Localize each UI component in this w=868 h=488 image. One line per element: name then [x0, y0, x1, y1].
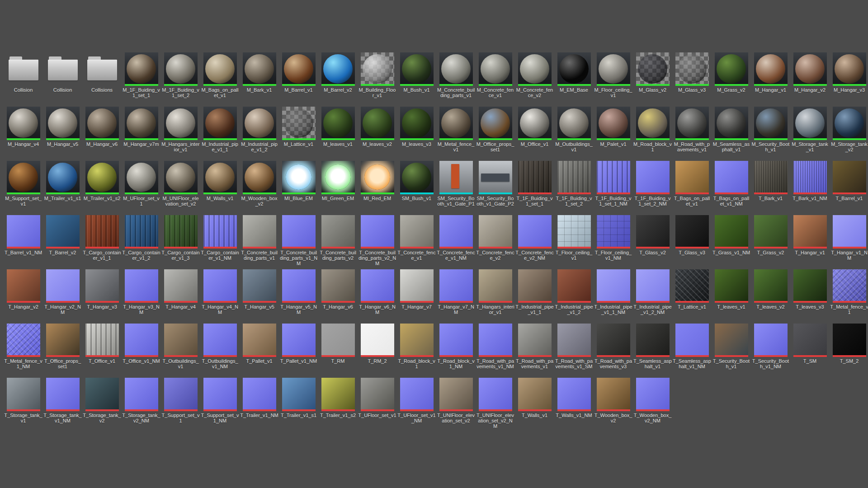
folder-tile[interactable]: Collision [43, 52, 82, 93]
asset-tile[interactable]: T_Concrete_fence_v1 [397, 215, 436, 261]
asset-tile[interactable]: M_leaves_v1 [318, 107, 358, 147]
asset-tile[interactable]: T_RM [318, 324, 358, 364]
asset-tile[interactable]: T_Hangar_v5 [240, 269, 279, 310]
asset-tile[interactable]: T_Bags_on_pallet_v1 [672, 161, 712, 206]
asset-tile[interactable]: T_Security_Booth_v1 [712, 324, 751, 369]
asset-tile[interactable]: MI_Green_EM [318, 161, 358, 201]
asset-tile[interactable]: M_Road_block_v1 [633, 107, 672, 152]
asset-tile[interactable]: T_Hangar_v2 [4, 269, 43, 310]
asset-tile[interactable]: M_Hangar_v5 [43, 107, 82, 147]
asset-tile[interactable]: T_Hangar_v4 [161, 269, 200, 310]
asset-tile[interactable]: T_Industrial_pipe_v1_1 [515, 269, 554, 315]
asset-tile[interactable]: T_Concrete_fence_v2_NM [515, 215, 554, 261]
asset-tile[interactable]: T_Pallet_v1_NM [279, 324, 318, 364]
asset-tile[interactable]: T_Road_with_pavements_v1 [515, 324, 554, 369]
asset-tile[interactable]: T_Cargo_container_v1_1 [82, 215, 122, 261]
asset-tile[interactable]: M_Grass_v2 [712, 52, 751, 93]
asset-tile[interactable]: M_Hangar_v7m [122, 107, 161, 147]
asset-tile[interactable]: T_Grass_v1_NM [712, 215, 751, 255]
asset-tile[interactable]: T_Industrial_pipe_v1_2_NM [633, 269, 672, 315]
asset-tile[interactable]: T_Walls_v1_NM [554, 378, 594, 418]
asset-tile[interactable]: M_Outbuildings_v1 [554, 107, 594, 152]
asset-tile[interactable]: T_Hangar_v3 [82, 269, 122, 310]
asset-tile[interactable]: T_Hangar_v7_NM [436, 269, 476, 315]
asset-tile[interactable]: SM_Bush_v1 [397, 161, 436, 201]
asset-tile[interactable]: T_Bags_on_pallet_v1_NM [712, 161, 751, 206]
asset-tile[interactable]: M_Hangars_interior_v1 [161, 107, 200, 152]
asset-tile[interactable]: T_RM_2 [358, 324, 397, 364]
asset-tile[interactable]: M_Seamless_asphalt_v1 [712, 107, 751, 152]
asset-tile[interactable]: T_Glass_v2 [633, 215, 672, 255]
asset-tile[interactable]: T_Cargo_container_v1_2 [122, 215, 161, 261]
asset-tile[interactable]: T_Hangar_v5_NM [279, 269, 318, 315]
asset-tile[interactable]: M_Metal_fence_v1 [436, 107, 476, 152]
asset-tile[interactable]: T_Industrial_pipe_v1_2 [554, 269, 594, 315]
asset-tile[interactable]: M_Road_with_pavements_v1 [672, 107, 712, 152]
asset-tile[interactable]: M_Office_v1 [515, 107, 554, 147]
asset-tile[interactable]: T_Hangar_v1 [790, 215, 830, 255]
asset-tile[interactable]: T_Floor_ceiling_v1_NM [594, 215, 633, 261]
asset-tile[interactable]: M_leaves_v3 [397, 107, 436, 147]
asset-tile[interactable]: M_1F_Buiding_v1_set_2 [161, 52, 200, 98]
asset-tile[interactable]: T_SM_2 [830, 324, 868, 364]
asset-tile[interactable]: M_Support_set_v1 [4, 161, 43, 206]
asset-tile[interactable]: T_Road_block_v1_NM [436, 324, 476, 369]
asset-tile[interactable]: T_Trailer_v1_NM [240, 378, 279, 418]
asset-tile[interactable]: M_Bark_v1 [240, 52, 279, 93]
asset-tile[interactable]: T_Hangar_v2_NM [43, 269, 82, 315]
asset-tile[interactable]: T_1F_Buiding_v1_set_1_NM [594, 161, 633, 206]
folder-tile[interactable]: Collision [4, 52, 43, 93]
asset-tile[interactable]: T_Storage_tank_v1 [4, 378, 43, 423]
asset-tile[interactable]: M_Palet_v1 [594, 107, 633, 147]
asset-tile[interactable]: M_EM_Base [554, 52, 594, 93]
asset-tile[interactable]: T_Barrel_v2 [43, 215, 82, 255]
asset-tile[interactable]: T_Outbuildings_v1_NM [200, 324, 240, 369]
asset-tile[interactable]: M_Lattice_v1 [279, 107, 318, 147]
asset-tile[interactable]: T_Grass_v2 [751, 215, 790, 255]
asset-tile[interactable]: M_Wooden_box_v2 [240, 161, 279, 206]
asset-tile[interactable]: T_Security_Booth_v1_NM [751, 324, 790, 369]
asset-tile[interactable]: T_Storage_tank_v2_NM [122, 378, 161, 423]
asset-tile[interactable]: T_Barrel_v1_NM [4, 215, 43, 255]
asset-tile[interactable]: M_Concrete_fence_v1 [476, 52, 515, 98]
asset-tile[interactable]: T_Bark_v1 [751, 161, 790, 201]
asset-tile[interactable]: T_Road_with_pavements_v1_NM [476, 324, 515, 369]
asset-tile[interactable]: M_Industrial_pipe_v1_1 [200, 107, 240, 152]
folder-tile[interactable]: Collisions [82, 52, 122, 93]
asset-tile[interactable]: T_Support_set_v1_NM [200, 378, 240, 423]
asset-tile[interactable]: M_Industrial_pipe_v1_2 [240, 107, 279, 152]
asset-tile[interactable]: M_Concrete_building_parts_v1 [436, 52, 476, 98]
asset-tile[interactable]: T_Road_with_pavements_v1_SM [554, 324, 594, 369]
asset-tile[interactable]: M_UFloor_set_v1 [122, 161, 161, 206]
asset-tile[interactable]: T_Glass_v3 [672, 215, 712, 255]
asset-tile[interactable]: M_Security_Booth_v1 [751, 107, 790, 152]
asset-tile[interactable]: M_Bags_on_pallet_v1 [200, 52, 240, 98]
asset-tile[interactable]: T_Concrete_building_parts_v2_NM [358, 215, 397, 266]
asset-tile[interactable]: T_Hangar_v1_NM [830, 215, 868, 261]
asset-tile[interactable]: T_Seamless_asphalt_v1_NM [672, 324, 712, 369]
asset-tile[interactable]: T_Trailer_v1_s1 [279, 378, 318, 418]
asset-tile[interactable]: M_Hangar_v2 [790, 52, 830, 93]
asset-tile[interactable]: M_Glass_v3 [672, 52, 712, 93]
asset-tile[interactable]: T_leaves_v2 [751, 269, 790, 310]
asset-tile[interactable]: T_1F_Buiding_v1_set_1 [515, 161, 554, 206]
asset-tile[interactable]: T_Storage_tank_v2 [82, 378, 122, 423]
asset-tile[interactable]: M_Hangar_v6 [82, 107, 122, 147]
asset-tile[interactable]: T_Floor_ceiling_v1 [554, 215, 594, 261]
asset-tile[interactable]: T_Concrete_building_parts_v1 [240, 215, 279, 261]
asset-tile[interactable]: T_Hangar_v4_NM [200, 269, 240, 315]
asset-tile[interactable]: T_UFloor_set_v1_NM [397, 378, 436, 423]
asset-tile[interactable]: T_Trailer_v1_s2 [318, 378, 358, 418]
asset-tile[interactable]: T_Concrete_building_parts_v2 [318, 215, 358, 261]
asset-tile[interactable]: M_Barrel_v1 [279, 52, 318, 93]
asset-tile[interactable]: T_Office_v1 [82, 324, 122, 364]
asset-tile[interactable]: T_Wooden_box_v2_NM [633, 378, 672, 423]
asset-tile[interactable]: T_Metal_fence_v1 [830, 269, 868, 315]
asset-tile[interactable]: T_Cargo_container_v1_NM [200, 215, 240, 261]
asset-tile[interactable]: M_Hangar_v4 [4, 107, 43, 147]
asset-tile[interactable]: M_Floor_ceiling_v1 [594, 52, 633, 98]
asset-tile[interactable]: T_Road_block_v1 [397, 324, 436, 369]
asset-tile[interactable]: T_Office_v1_NM [122, 324, 161, 364]
asset-tile[interactable]: M_Bush_v1 [397, 52, 436, 93]
asset-tile[interactable]: MI_Blue_EM [279, 161, 318, 201]
